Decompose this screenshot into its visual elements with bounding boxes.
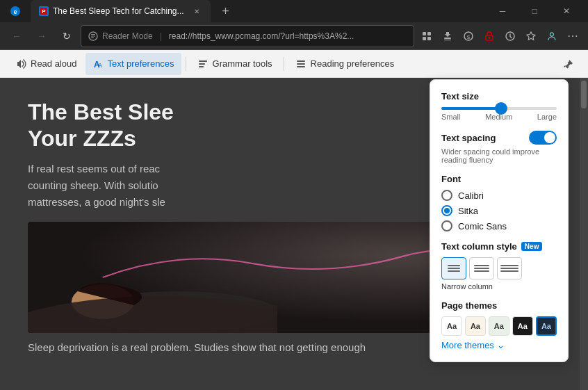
toolbar-divider-2 [284,57,284,71]
browser-icon: e [10,6,21,17]
svg-text:$: $ [467,34,471,40]
col-line [448,265,460,266]
read-aloud-button[interactable]: Read aloud [8,53,84,75]
svg-rect-27 [297,66,305,67]
column-medium-button[interactable] [469,257,494,279]
extensions-icon[interactable] [438,26,457,46]
themes-section: Page themes Aa Aa Aa Aa Aa More themes ⌄ [441,300,557,350]
reader-toolbar: Read aloud A A Text preferences Grammar … [0,50,588,78]
text-preferences-label: Text preferences [108,58,174,69]
grammar-tools-icon [197,58,209,70]
address-input[interactable]: Reader Mode | read://https_www.pcmag.com… [81,25,414,47]
svg-text:e: e [13,8,17,15]
account-icon[interactable] [542,26,562,46]
more-themes-label: More themes [441,340,494,350]
font-calibri-label: Calibri [458,190,484,201]
slider-thumb[interactable] [495,102,507,115]
font-sitka-label: Sitka [458,206,478,216]
reading-preferences-button[interactable]: Reading preferences [288,53,402,75]
scrollbar-thumb[interactable] [581,81,587,108]
text-size-section: Text size Small Medium Large [441,91,557,121]
address-bar: ← → ↻ Reader Mode | read://https_www.pcm… [0,22,588,50]
svg-rect-7 [91,37,94,38]
column-hint: Narrow column [441,282,557,291]
main-area: The Best Slee Your ZZZs If real rest see… [0,78,588,390]
active-tab[interactable]: P The Best Sleep Tech for Catching... ✕ [31,0,211,22]
svg-rect-12 [444,38,451,39]
font-comic-label: Comic Sans [458,221,507,231]
refresh-button[interactable]: ↻ [56,25,78,47]
address-separator: | [160,31,162,41]
text-spacing-toggle[interactable] [529,131,557,145]
themes-row: Aa Aa Aa Aa Aa [441,316,557,336]
font-sitka[interactable]: Sitka [441,205,557,216]
more-themes-row[interactable]: More themes ⌄ [441,340,557,350]
svg-rect-25 [297,60,305,62]
svg-rect-13 [444,40,451,40]
font-radio-group: Calibri Sitka Comic Sans [441,190,557,231]
slider-min-label: Small [441,113,461,121]
svg-rect-24 [199,66,204,67]
text-spacing-label: Text spacing [441,133,496,143]
svg-rect-10 [423,37,426,40]
scrollbar[interactable] [580,78,588,390]
read-aloud-label: Read aloud [31,58,77,69]
svg-text:A: A [98,62,102,69]
toggle-row: Text spacing [441,131,557,145]
svg-rect-26 [297,63,305,65]
title-bar: e P The Best Sleep Tech for Catching... … [0,0,588,22]
svg-point-19 [550,33,554,36]
history-icon[interactable] [500,26,520,46]
col-line [474,268,489,269]
svg-rect-5 [91,34,95,35]
close-button[interactable]: ✕ [550,0,582,22]
theme-navy-button[interactable]: Aa [536,316,557,336]
svg-rect-8 [423,32,426,35]
new-tab-button[interactable]: + [216,1,236,21]
themes-label: Page themes [441,300,557,311]
col-line [500,265,518,266]
reading-prefs-icon [295,58,307,70]
maximize-button[interactable]: □ [518,0,550,22]
reader-mode-icon [88,31,98,41]
forward-button[interactable]: → [31,25,53,47]
text-size-slider[interactable] [441,107,557,110]
column-narrow-button[interactable] [441,257,466,279]
theme-white-button[interactable]: Aa [441,316,462,336]
favorites-icon[interactable] [521,26,541,46]
toolbar-divider-1 [186,57,186,71]
text-preferences-button[interactable]: A A Text preferences [85,53,181,75]
collections-icon[interactable] [417,26,436,46]
font-calibri[interactable]: Calibri [441,190,557,201]
svg-rect-11 [427,37,431,40]
theme-green-button[interactable]: Aa [489,316,509,336]
text-preferences-panel: Text size Small Medium Large Text spacin… [430,79,569,362]
address-icons: $ ⋯ [417,26,582,46]
reader-mode-label: Reader Mode [102,31,153,41]
minimize-button[interactable]: ─ [487,0,518,22]
font-label: Font [441,174,557,184]
back-button[interactable]: ← [6,25,28,47]
column-wide-button[interactable] [497,257,522,279]
grammar-tools-label: Grammar tools [213,58,272,69]
tab-close-button[interactable]: ✕ [191,6,202,17]
theme-dark-button[interactable]: Aa [512,316,533,336]
col-line [474,270,489,272]
password-icon[interactable] [480,26,499,46]
pin-icon [563,58,574,70]
theme-sepia-button[interactable]: Aa [465,316,486,336]
more-button[interactable]: ⋯ [563,26,582,46]
shopping-icon[interactable]: $ [459,26,478,46]
grammar-tools-button[interactable]: Grammar tools [190,53,279,75]
col-line [500,268,518,269]
col-line [474,265,489,266]
tab-title: The Best Sleep Tech for Catching... [53,6,184,16]
radio-sitka-dot [444,208,450,213]
toggle-knob [544,132,555,143]
column-buttons [441,257,557,279]
font-comic-sans[interactable]: Comic Sans [441,220,557,231]
pin-button[interactable] [557,53,580,75]
col-line [448,270,460,272]
chevron-down-icon: ⌄ [497,340,505,350]
window-controls: ─ □ ✕ [487,0,582,22]
